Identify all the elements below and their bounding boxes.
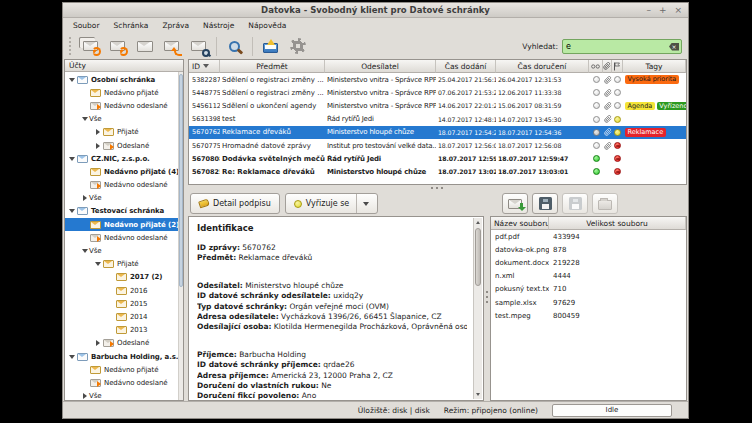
flag-icon[interactable] — [612, 60, 623, 73]
menu-zprava[interactable]: Zpráva — [155, 19, 196, 32]
expander-open-icon[interactable] — [67, 209, 76, 213]
mode-status: Režim: připojeno (online) — [444, 406, 538, 415]
minimize-button[interactable]: – — [646, 4, 651, 16]
column-header-sender[interactable]: Odesílatel — [325, 60, 436, 73]
column-header-delivered[interactable]: Čas dodání — [436, 60, 496, 73]
tree-item[interactable]: 2013 — [65, 324, 183, 337]
tree-item[interactable]: Nedávno odeslané — [65, 231, 183, 244]
column-header-filesize[interactable]: Velikost souboru — [549, 217, 686, 230]
detail-scrollbar[interactable] — [473, 218, 482, 399]
tree-item[interactable]: Testovací schránka — [65, 205, 183, 218]
expander-open-icon[interactable] — [67, 157, 76, 161]
reply-icon[interactable] — [159, 35, 184, 57]
tree-item[interactable]: Nedávno přijaté (4) — [65, 165, 183, 178]
message-state-button[interactable]: Vyřizuje se — [285, 193, 379, 214]
expander-open-icon[interactable] — [67, 78, 76, 82]
upload-databox-icon[interactable] — [258, 35, 283, 57]
tree-item[interactable]: Nedávno odeslané — [65, 376, 183, 389]
read-status-icon[interactable] — [589, 60, 603, 73]
tree-item[interactable]: Nedávno odeslané — [65, 99, 183, 112]
menu-soubor[interactable]: Soubor — [66, 19, 107, 32]
attachment-row[interactable]: n.xml4444 — [491, 270, 686, 283]
expander-closed-icon[interactable] — [93, 340, 102, 346]
message-row[interactable]: 5670762Reklamace dřevákůMinisterstvo hlo… — [189, 126, 686, 139]
settings-gear-icon[interactable] — [285, 35, 310, 57]
attachment-row[interactable]: pokusný text.txt710 — [491, 283, 686, 296]
tree-item[interactable]: Vše — [65, 244, 183, 257]
new-message-icon[interactable] — [132, 35, 157, 57]
attachment-row[interactable]: pdf.pdf433994 — [491, 230, 686, 243]
expander-open-icon[interactable] — [80, 117, 89, 121]
paperclip-icon — [604, 102, 612, 110]
message-row[interactable]: 5631398testŘád rytířů Jedi14.07.2017 12:… — [189, 113, 686, 126]
tree-item[interactable]: Nedávno přijaté — [65, 363, 183, 376]
message-row[interactable]: 5456112Sdělení o ukončení agendyMinister… — [189, 99, 686, 112]
tree-item[interactable]: Přijaté — [65, 126, 183, 139]
message-row[interactable]: 5448775Sdělení o registraci změny ...Min… — [189, 86, 686, 99]
tree-item[interactable]: 2015 — [65, 297, 183, 310]
menu-nastroje[interactable]: Nástroje — [196, 19, 241, 32]
tree-item[interactable]: Barbucha Holding, a.s. — [65, 350, 183, 363]
expander-closed-icon[interactable] — [93, 129, 102, 135]
tree-item[interactable]: Vše — [65, 192, 183, 205]
menu-napoveda[interactable]: Nápověda — [241, 19, 293, 32]
attachment-row[interactable]: datovka-ok.png878 — [491, 243, 686, 256]
tree-item[interactable]: Osobní schránka — [65, 73, 183, 86]
tree-item[interactable]: Vše — [65, 113, 183, 126]
verify-message-icon[interactable] — [186, 35, 211, 57]
download-message-icon[interactable] — [105, 35, 130, 57]
tree-item[interactable]: Přijaté — [65, 258, 183, 271]
expander-closed-icon[interactable] — [93, 143, 102, 149]
scrollbar-thumb[interactable] — [179, 74, 183, 287]
maximize-button[interactable]: + — [659, 4, 667, 16]
column-header-id[interactable]: ID — [189, 60, 220, 73]
message-row[interactable]: 5382287Sdělení o registraci změny ...Min… — [189, 73, 686, 86]
scroll-down-button[interactable] — [474, 390, 482, 399]
attachment-open-button[interactable] — [502, 193, 528, 214]
message-row[interactable]: 5670775Hromadné datové zprávyInstitut pr… — [189, 139, 686, 152]
download-all-messages-icon[interactable] — [78, 35, 103, 57]
column-header-subject[interactable]: Předmět — [220, 60, 325, 73]
attachment-icon[interactable] — [603, 60, 612, 73]
column-header-accepted[interactable]: Čas doručení — [496, 60, 589, 73]
accounts-scrollbar[interactable] — [178, 72, 183, 400]
expander-open-icon[interactable] — [93, 262, 102, 266]
expander-open-icon[interactable] — [67, 355, 76, 359]
message-row[interactable]: 5670808Dodávka světelných mečůŘád rytířů… — [189, 152, 686, 165]
column-header-tags[interactable]: Tagy — [623, 60, 686, 73]
menu-schranka[interactable]: Schránka — [107, 19, 156, 32]
tree-item[interactable]: CZ.NIC, z.s.p.o. — [65, 152, 183, 165]
tree-item[interactable]: Vše — [65, 390, 183, 401]
tree-item[interactable]: Odeslané — [65, 139, 183, 152]
tree-item[interactable]: Nedávno odeslané — [65, 179, 183, 192]
tree-item[interactable]: Odeslané — [65, 337, 183, 350]
tree-item[interactable]: Nedávno přijaté (2) — [65, 218, 183, 231]
toolbar-handle[interactable] — [69, 37, 73, 55]
expander-closed-icon[interactable] — [80, 393, 89, 399]
search-input[interactable] — [563, 40, 681, 53]
attachment-save-button[interactable] — [532, 193, 558, 214]
detail-field: ID datové schránky odesílatele: uxidq2y — [197, 291, 467, 301]
expander-open-icon[interactable] — [80, 249, 89, 253]
attachment-row[interactable]: dokument.docx219228 — [491, 256, 686, 269]
signature-detail-button[interactable]: Detail podpisu — [190, 193, 280, 214]
attachment-row[interactable]: test.mpeg800459 — [491, 309, 686, 322]
tree-item[interactable]: 2017 (2) — [65, 271, 183, 284]
message-row[interactable]: 5670825Re: Reklamace dřevákůMinisterstvo… — [189, 165, 686, 178]
tree-item[interactable]: Nedávno přijaté — [65, 86, 183, 99]
title-bar[interactable]: Datovka - Svobodný klient pro Datové sch… — [63, 3, 688, 18]
expander-closed-icon[interactable] — [80, 195, 89, 201]
tree-item[interactable]: 2014 — [65, 310, 183, 323]
tree-item[interactable]: 2016 — [65, 284, 183, 297]
search-messages-icon[interactable] — [222, 35, 247, 57]
column-header-filename[interactable]: Název souboru — [491, 217, 549, 230]
attachment-row[interactable]: sample.xlsx97629 — [491, 296, 686, 309]
attachments-list: Název souboru Velikost souboru pdf.pdf43… — [490, 216, 687, 401]
scrollbar-thumb[interactable] — [475, 228, 481, 286]
accounts-header[interactable]: Účty — [65, 60, 183, 72]
close-button[interactable]: × — [674, 4, 682, 16]
read-status-cell — [589, 86, 603, 99]
read-status-cell — [589, 165, 603, 178]
state-dropdown[interactable] — [356, 194, 369, 213]
scroll-up-button[interactable] — [474, 218, 482, 227]
